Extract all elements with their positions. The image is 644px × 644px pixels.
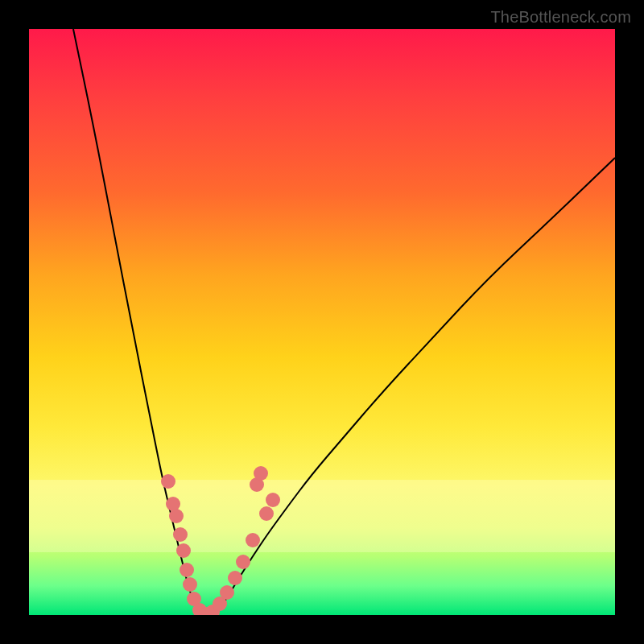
watermark-text: TheBottleneck.com [490, 8, 631, 27]
highlight-band [29, 480, 615, 552]
plot-frame [29, 29, 615, 615]
